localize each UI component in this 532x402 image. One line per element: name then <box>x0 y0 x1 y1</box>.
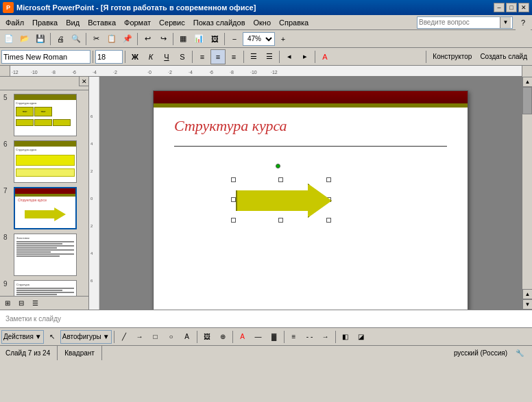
menu-help[interactable]: Справка <box>275 17 313 28</box>
open-button[interactable]: 📂 <box>17 32 32 47</box>
handle-tm[interactable] <box>278 177 283 182</box>
svg-text:·6: ·6 <box>72 70 76 75</box>
menu-tools[interactable]: Сервис <box>155 17 189 28</box>
help-button[interactable]: ? <box>516 15 531 30</box>
bold-button[interactable]: Ж <box>128 49 143 64</box>
slide-thumb-8[interactable]: Заголовок <box>14 234 77 276</box>
help-search-button[interactable]: ▼ <box>500 17 511 28</box>
slide-item-9[interactable]: 9 Структура 1 2 <box>3 279 86 296</box>
insert-table-button[interactable]: ▦ <box>176 32 191 47</box>
fill-color-draw[interactable]: ▓ <box>267 329 282 344</box>
slide-item-7[interactable]: 7 Структура курса <box>3 186 86 230</box>
strikethrough-button[interactable]: S <box>175 49 190 64</box>
align-center-button[interactable]: ≡ <box>210 49 226 64</box>
new-button[interactable]: 📄 <box>1 32 16 47</box>
insert-clipart[interactable]: 🖼 <box>200 329 215 344</box>
close-button[interactable]: ✕ <box>518 3 529 12</box>
rect-tool[interactable]: □ <box>148 329 163 344</box>
align-left-button[interactable]: ≡ <box>195 49 210 64</box>
rotation-handle[interactable] <box>276 164 280 168</box>
textbox-tool[interactable]: A <box>180 329 195 344</box>
menu-slideshow[interactable]: Показ слайдов <box>189 17 250 28</box>
draw-sep5 <box>335 331 336 343</box>
scroll-thumb[interactable] <box>522 87 532 114</box>
menu-view[interactable]: Вид <box>62 17 84 28</box>
line-tool[interactable]: ╱ <box>117 329 132 344</box>
save-button[interactable]: 💾 <box>33 32 48 47</box>
insert-chart-button[interactable]: 📊 <box>191 32 206 47</box>
autoshapes-menu[interactable]: Автофигуры ▼ <box>60 330 112 344</box>
menu-insert[interactable]: Вставка <box>84 17 120 28</box>
arrow-tool[interactable]: → <box>132 329 147 344</box>
slide-item-5[interactable]: 5 Структура курса текст текст <box>3 93 86 137</box>
actions-menu[interactable]: Действия ▼ <box>1 330 44 344</box>
underline-button[interactable]: Ч <box>159 49 174 64</box>
num-list-button[interactable]: ☰ <box>262 49 277 64</box>
indent-less-button[interactable]: ◂ <box>282 49 297 64</box>
slide-item-8[interactable]: 8 Заголовок <box>3 233 86 277</box>
line-style-draw[interactable]: ≡ <box>287 329 302 344</box>
notes-area[interactable]: Заметки к слайду <box>0 310 532 327</box>
font-color-button[interactable]: A <box>317 49 332 64</box>
handle-tl[interactable] <box>231 177 236 182</box>
zoom-selector[interactable]: 47% <box>243 32 275 46</box>
align-right-button[interactable]: ≡ <box>226 49 241 64</box>
insert-diagram[interactable]: ⊕ <box>215 329 230 344</box>
line-color-draw[interactable]: — <box>251 329 266 344</box>
handle-br[interactable] <box>326 218 331 223</box>
slide-num-6: 6 <box>3 140 12 148</box>
panel-close-button[interactable]: ✕ <box>79 77 88 86</box>
list-button[interactable]: ☰ <box>246 49 261 64</box>
scroll-down-arrow2[interactable]: ▼ <box>522 299 532 310</box>
create-slide-button[interactable]: Создать слайд <box>476 49 531 64</box>
shadow-draw[interactable]: ◧ <box>338 329 353 344</box>
slide-thumb-7[interactable]: Структура курса <box>14 187 77 229</box>
maximize-button[interactable]: □ <box>506 3 517 12</box>
handle-ml[interactable] <box>231 197 236 202</box>
autoshapes-label: Автофигуры <box>62 333 101 340</box>
menu-file[interactable]: Файл <box>1 17 28 28</box>
scroll-up-button[interactable]: ▲ <box>522 77 532 87</box>
ellipse-tool[interactable]: ○ <box>164 329 179 344</box>
insert-picture-button[interactable]: 🖼 <box>207 32 222 47</box>
outline-view-button[interactable]: ☰ <box>29 298 41 309</box>
font-color-draw[interactable]: A <box>235 329 250 344</box>
indent-more-button[interactable]: ▸ <box>298 49 313 64</box>
slide-sorter-button[interactable]: ⊟ <box>15 298 27 309</box>
italic-button[interactable]: К <box>143 49 158 64</box>
font-size-input[interactable] <box>95 50 123 64</box>
select-button[interactable]: ↖ <box>45 329 60 344</box>
undo-button[interactable]: ↩ <box>140 32 155 47</box>
redo-button[interactable]: ↪ <box>156 32 171 47</box>
slide-thumb-9[interactable]: Структура <box>14 280 77 296</box>
slide-item-6[interactable]: 6 Структура курса <box>3 140 86 184</box>
zoom-out-button[interactable]: − <box>227 32 242 47</box>
menu-format[interactable]: Формат <box>120 17 155 28</box>
3d-draw[interactable]: ◪ <box>354 329 369 344</box>
help-search-box[interactable]: ▼ <box>417 16 513 29</box>
normal-view-button[interactable]: ⊞ <box>1 298 14 309</box>
slide-thumb-5[interactable]: Структура курса текст текст <box>14 94 77 136</box>
handle-bl[interactable] <box>231 218 236 223</box>
handle-tr[interactable] <box>326 177 331 182</box>
handle-bm[interactable] <box>278 218 283 223</box>
print-button[interactable]: 🖨 <box>53 32 68 47</box>
minimize-button[interactable]: – <box>494 3 505 12</box>
help-input[interactable] <box>418 18 500 26</box>
cut-button[interactable]: ✂ <box>88 32 104 47</box>
arrow-shape-container[interactable] <box>229 173 339 228</box>
paste-button[interactable]: 📌 <box>120 32 135 47</box>
dash-style-draw[interactable]: - - <box>302 329 317 344</box>
font-name-input[interactable] <box>1 50 90 64</box>
constructor-button[interactable]: Конструктор <box>429 49 475 64</box>
arrow-style-draw[interactable]: → <box>318 329 333 344</box>
menu-window[interactable]: Окно <box>250 17 276 28</box>
preview-button[interactable]: 🔍 <box>69 32 84 47</box>
copy-button[interactable]: 📋 <box>104 32 119 47</box>
slide-thumb-6[interactable]: Структура курса <box>14 140 77 183</box>
menu-edit[interactable]: Правка <box>28 17 62 28</box>
arrow-shape[interactable] <box>236 184 332 218</box>
sep-font <box>93 51 93 63</box>
zoom-in-button[interactable]: + <box>276 32 291 47</box>
scroll-down-arrow1[interactable]: ▲ <box>522 289 532 299</box>
